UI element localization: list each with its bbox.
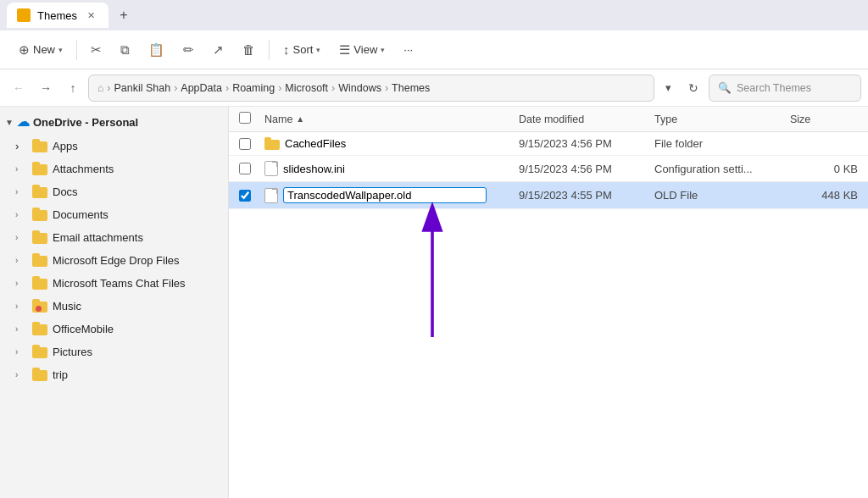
toolbar: ⊕ New ▾ ✂ ⧉ 📋 ✏ ↗ 🗑 ↕ Sort ▾ ☰ View ▾ ··… — [0, 30, 868, 69]
sidebar-item-attachments[interactable]: › Attachments — [3, 158, 225, 180]
attachments-label: Attachments — [53, 163, 114, 175]
view-button[interactable]: ☰ View ▾ — [331, 38, 393, 62]
up-button[interactable]: ↑ — [61, 76, 85, 100]
documents-expand-icon: › — [15, 210, 27, 219]
breadcrumb-pankil[interactable]: Pankil Shah — [114, 82, 170, 94]
cut-icon: ✂ — [91, 42, 102, 58]
paste-button[interactable]: 📋 — [140, 38, 173, 62]
copy-button[interactable]: ⧉ — [112, 38, 138, 62]
share-button[interactable]: ↗ — [204, 38, 232, 62]
new-button[interactable]: ⊕ New ▾ — [10, 38, 71, 62]
teams-expand-icon: › — [15, 279, 27, 288]
sort-icon: ↕ — [283, 42, 290, 57]
cut-button[interactable]: ✂ — [82, 38, 110, 62]
row-check-cached — [239, 138, 264, 150]
teams-folder-icon — [32, 276, 47, 290]
email-folder-icon — [32, 230, 47, 244]
email-attachments-label: Email attachments — [53, 231, 143, 244]
edge-drop-label: Microsoft Edge Drop Files — [53, 254, 180, 267]
view-icon: ☰ — [339, 42, 350, 58]
edge-expand-icon: › — [15, 256, 27, 265]
onedrive-cloud-icon: ☁ — [17, 114, 30, 130]
breadcrumb[interactable]: ⌂ › Pankil Shah › AppData › Roaming › Mi… — [88, 75, 654, 102]
rename-input[interactable] — [283, 187, 487, 203]
docs-folder-icon — [32, 185, 47, 198]
office-folder-icon — [32, 322, 47, 335]
more-button[interactable]: ··· — [395, 39, 421, 60]
file-pane: Name ▲ Date modified Type Size CachedFil… — [229, 107, 868, 498]
new-chevron-icon: ▾ — [58, 46, 63, 54]
tab-close-button[interactable]: ✕ — [84, 8, 98, 23]
file-name-cell-slideshow: slideshow.ini — [264, 161, 519, 176]
rename-icon: ✏ — [183, 42, 194, 58]
select-all-checkbox[interactable] — [239, 112, 251, 124]
breadcrumb-dropdown-button[interactable]: ▾ — [658, 76, 678, 100]
header-size[interactable]: Size — [790, 113, 858, 125]
breadcrumb-roaming[interactable]: Roaming — [232, 82, 275, 94]
delete-button[interactable]: 🗑 — [234, 38, 264, 61]
sidebar-item-email-attachments[interactable]: › Email attachments — [3, 226, 225, 248]
cached-name: CachedFiles — [285, 137, 346, 150]
breadcrumb-windows[interactable]: Windows — [338, 82, 381, 94]
docs-label: Docs — [53, 185, 78, 198]
sidebar-item-pictures[interactable]: › Pictures — [3, 340, 225, 362]
breadcrumb-microsoft[interactable]: Microsoft — [285, 82, 328, 94]
sidebar-item-trip[interactable]: › trip — [3, 363, 225, 385]
cached-date: 9/15/2023 4:56 PM — [519, 137, 654, 150]
file-row-transcoded[interactable]: 9/15/2023 4:55 PM OLD File 448 KB — [229, 182, 868, 209]
checkbox-transcoded[interactable] — [239, 190, 251, 202]
header-date[interactable]: Date modified — [519, 113, 654, 125]
slideshow-date: 9/15/2023 4:56 PM — [519, 163, 654, 175]
tab-add-button[interactable]: + — [112, 3, 136, 27]
name-sort-icon: ▲ — [296, 114, 304, 124]
pictures-folder-icon — [32, 345, 47, 358]
row-check-transcoded — [239, 190, 264, 202]
file-list-header: Name ▲ Date modified Type Size — [229, 107, 868, 132]
header-type[interactable]: Type — [654, 113, 790, 125]
toolbar-separator-1 — [76, 40, 77, 60]
search-icon: 🔍 — [718, 81, 732, 94]
file-row-cached-files[interactable]: CachedFiles 9/15/2023 4:56 PM File folde… — [229, 132, 868, 156]
file-pane-wrapper: Name ▲ Date modified Type Size CachedFil… — [229, 107, 868, 498]
sidebar-item-apps[interactable]: › Apps — [3, 135, 225, 157]
transcoded-date: 9/15/2023 4:55 PM — [519, 189, 654, 202]
music-expand-icon: › — [15, 302, 27, 311]
file-name-cell-cached: CachedFiles — [264, 137, 519, 150]
back-button[interactable]: ← — [7, 76, 31, 100]
docs-expand-icon: › — [15, 187, 27, 196]
breadcrumb-themes[interactable]: Themes — [392, 82, 430, 94]
trip-label: trip — [53, 368, 68, 381]
checkbox-slideshow[interactable] — [239, 163, 251, 174]
file-row-slideshow[interactable]: slideshow.ini 9/15/2023 4:56 PM Configur… — [229, 156, 868, 182]
forward-button[interactable]: → — [34, 76, 58, 100]
tab-themes[interactable]: Themes ✕ — [7, 3, 108, 28]
view-chevron-icon: ▾ — [381, 46, 385, 54]
sidebar-onedrive-header[interactable]: ▼ ☁ OneDrive - Personal — [0, 110, 228, 134]
slideshow-doc-icon — [264, 161, 278, 176]
tab-label: Themes — [37, 9, 77, 22]
documents-folder-icon — [32, 208, 47, 221]
sidebar-item-teams[interactable]: › Microsoft Teams Chat Files — [3, 272, 225, 294]
slideshow-name: slideshow.ini — [283, 163, 345, 175]
checkbox-cached[interactable] — [239, 138, 251, 150]
transcoded-type: OLD File — [654, 189, 790, 202]
sidebar-item-office-mobile[interactable]: › OfficeMobile — [3, 318, 225, 340]
pictures-expand-icon: › — [15, 347, 27, 357]
refresh-button[interactable]: ↻ — [682, 76, 705, 100]
sort-button[interactable]: ↕ Sort ▾ — [275, 38, 329, 61]
sidebar-item-edge-drop[interactable]: › Microsoft Edge Drop Files — [3, 249, 225, 271]
search-box[interactable]: 🔍 Search Themes — [709, 75, 861, 102]
music-label: Music — [53, 300, 81, 313]
email-expand-icon: › — [15, 233, 27, 242]
sidebar-item-documents[interactable]: › Documents — [3, 203, 225, 225]
row-check-slideshow — [239, 163, 264, 174]
breadcrumb-home-icon: ⌂ — [97, 82, 103, 94]
breadcrumb-appdata[interactable]: AppData — [181, 82, 222, 94]
sidebar-item-music[interactable]: › Music — [3, 295, 225, 317]
header-name[interactable]: Name ▲ — [264, 113, 519, 125]
trip-folder-icon — [32, 368, 47, 381]
sidebar-item-docs[interactable]: › Docs — [3, 180, 225, 202]
rename-button[interactable]: ✏ — [175, 38, 203, 62]
cached-type: File folder — [654, 137, 790, 150]
share-icon: ↗ — [213, 42, 224, 58]
